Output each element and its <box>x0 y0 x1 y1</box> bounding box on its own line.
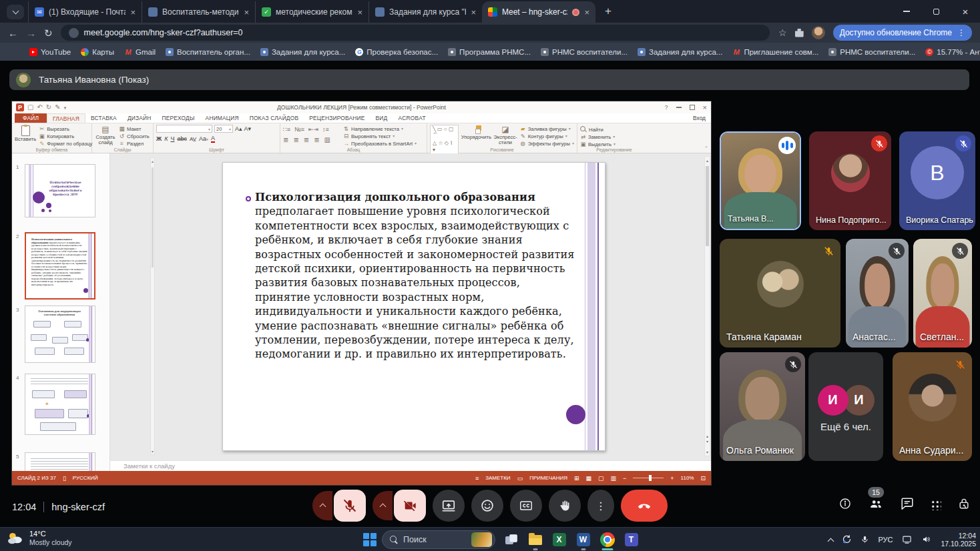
bookmark-gmail[interactable]: MGmail <box>124 48 156 56</box>
captions-button[interactable] <box>510 490 542 522</box>
new-tab-button[interactable]: + <box>599 3 617 20</box>
slide-thumbnail-1[interactable]: Психологическое сопровождение образовате… <box>25 164 95 217</box>
shape-fill-button[interactable]: ▰Заливка фигуры▾ <box>520 126 574 132</box>
cast-icon[interactable] <box>901 534 913 546</box>
reload-icon[interactable]: ↻ <box>44 28 53 38</box>
numbering-icon[interactable]: №≡ <box>294 126 304 133</box>
tab-vospitatel[interactable]: Воспитатель-методист по физ × <box>142 1 255 23</box>
indent-icons[interactable]: ⇤⇥ <box>308 126 318 133</box>
meeting-details-button[interactable] <box>838 497 852 513</box>
ribbon-tab-transitions[interactable]: ПЕРЕХОДЫ <box>156 113 200 123</box>
chat-button[interactable] <box>900 496 915 514</box>
text-direction-button[interactable]: ⇅Направление текста▾ <box>343 126 417 132</box>
participant-tile-svetlan[interactable]: Светлан... <box>913 239 972 348</box>
participant-tile-viorika[interactable]: В Виорика Спатарь <box>899 131 975 230</box>
select-button[interactable]: ▣Выделить▾ <box>580 141 616 147</box>
maximize-button[interactable] <box>921 0 951 23</box>
zoom-in-icon[interactable]: + <box>670 475 674 482</box>
bookmark-maps[interactable]: Карты <box>81 48 114 56</box>
participant-tile-nina[interactable]: Нина Подоприго... <box>809 131 891 230</box>
fit-slide-icon[interactable]: ⊡ <box>700 475 706 482</box>
align-text-button[interactable]: ⊟Выровнять текст▾ <box>343 133 417 139</box>
copy-button[interactable]: ▣Копировать <box>39 133 92 139</box>
present-screen-button[interactable] <box>433 490 465 522</box>
close-icon[interactable]: × <box>130 7 136 17</box>
chrome-update-chip[interactable]: Доступно обновление Chrome ⋮ <box>833 25 972 41</box>
close-icon[interactable]: × <box>244 7 249 17</box>
close-icon[interactable]: × <box>584 7 589 17</box>
ribbon-tab-slideshow[interactable]: ПОКАЗ СЛАЙДОВ <box>244 113 304 123</box>
start-button[interactable] <box>363 533 377 546</box>
raise-hand-button[interactable] <box>549 490 581 522</box>
justify-icon[interactable]: ≣ <box>314 136 319 143</box>
word-button[interactable]: W <box>574 528 592 551</box>
excel-button[interactable]: X <box>550 528 568 551</box>
bookmark-zadaniya-2[interactable]: Задания для курса... <box>638 48 722 56</box>
ribbon-tab-view[interactable]: ВИД <box>371 113 393 123</box>
bookmark-star-icon[interactable]: ☆ <box>778 27 787 38</box>
back-icon[interactable]: ← <box>8 28 18 38</box>
ribbon-tab-file[interactable]: ФАЙЛ <box>15 113 47 123</box>
mic-off-button[interactable] <box>334 490 366 522</box>
minimize-button[interactable] <box>892 0 921 23</box>
mic-options-button[interactable] <box>312 491 332 520</box>
zoom-level[interactable]: 110% <box>681 475 694 481</box>
tray-mic-icon[interactable] <box>861 534 869 546</box>
close-window-button[interactable]: × <box>951 0 980 23</box>
close-icon[interactable]: × <box>357 7 362 17</box>
ppt-sign-in[interactable]: Вход <box>693 113 706 123</box>
arrange-button[interactable]: Упорядочить <box>461 125 491 140</box>
extensions-icon[interactable] <box>795 29 804 37</box>
host-controls-button[interactable] <box>957 496 971 514</box>
bullets-icon[interactable]: ∷≡ <box>283 126 290 133</box>
weather-widget[interactable]: 14°C Mostly cloudy <box>7 530 72 546</box>
reactions-button[interactable] <box>471 490 503 522</box>
slide-thumbnail-3[interactable]: Основания для модернизации системы образ… <box>25 306 95 363</box>
slide-thumbnail-4[interactable]: + <box>25 374 95 435</box>
undo-icon[interactable]: ↶ <box>37 104 42 111</box>
notes-toggle[interactable]: ЗАМЕТКИ <box>485 475 510 481</box>
redo-icon[interactable]: ↻ <box>46 104 51 111</box>
slide-thumbnail-2-selected[interactable]: Психологизация дошкольного образования п… <box>25 232 95 300</box>
teams-button[interactable]: T <box>622 528 640 551</box>
columns-icon[interactable]: ▥ <box>324 136 330 143</box>
taskbar-search[interactable]: Поиск <box>382 530 495 549</box>
underline-button[interactable]: Ч <box>170 135 174 142</box>
ribbon-tab-acrobat[interactable]: ACROBAT <box>393 113 431 123</box>
comments-toggle[interactable]: ПРИМЕЧАНИЯ <box>529 475 567 481</box>
more-options-button[interactable]: ⋮ <box>587 490 614 522</box>
customize-qat-icon[interactable]: ▾ <box>64 105 67 110</box>
notes-pane[interactable]: Заметки к слайду <box>110 460 711 471</box>
section-button[interactable]: ≡Раздел <box>119 141 150 147</box>
font-name-combo[interactable]: ▾ <box>156 125 212 133</box>
new-slide-button[interactable]: ▤Создать слайд <box>95 125 116 145</box>
bookmark-priglashenie[interactable]: MПриглашение совм... <box>732 48 818 56</box>
normal-view-icon[interactable]: ⊞ <box>574 475 579 482</box>
bookmark-rnmc-1[interactable]: РНМС воспитатели... <box>541 48 628 56</box>
tab-search-button[interactable] <box>7 5 24 19</box>
smartart-button[interactable]: →Преобразовать в SmartArt▾ <box>343 141 417 147</box>
participant-tile-anastas[interactable]: Анастас... <box>846 239 909 348</box>
ribbon-tab-insert[interactable]: ВСТАВКА <box>85 113 122 123</box>
sync-icon[interactable] <box>842 534 852 546</box>
ribbon-tab-home[interactable]: ГЛАВНАЯ <box>47 113 85 123</box>
change-case-button[interactable]: Aa▾ <box>199 135 208 142</box>
taskbar-clock[interactable]: 12:04 17.10.2025 <box>941 532 976 548</box>
notes-icon[interactable]: ≡ <box>475 475 479 482</box>
align-left-icon[interactable]: ≣ <box>283 136 288 143</box>
profile-avatar[interactable] <box>812 26 825 39</box>
shrink-font-button[interactable]: А▾ <box>244 125 252 132</box>
bookmark-youtube[interactable]: YouTube <box>29 48 71 56</box>
reset-button[interactable]: ↺Сбросить <box>119 133 150 139</box>
font-size-combo[interactable]: 20▾ <box>214 125 233 133</box>
camera-off-button[interactable] <box>394 490 426 522</box>
tab-mail[interactable]: ✉ (1) Входящие - Почта Mail × <box>28 1 142 23</box>
pen-icon[interactable]: ✎ <box>55 104 60 111</box>
collapse-ribbon-icon[interactable]: ⌃ <box>704 145 708 151</box>
zoom-out-icon[interactable]: − <box>623 475 626 482</box>
reading-view-icon[interactable]: ▢ <box>598 475 604 482</box>
participant-tile-anna[interactable]: Анна Судари... <box>893 352 972 461</box>
bold-button[interactable]: Ж <box>156 135 162 142</box>
sorter-view-icon[interactable]: ▦ <box>586 475 592 482</box>
file-explorer-button[interactable] <box>526 528 544 551</box>
